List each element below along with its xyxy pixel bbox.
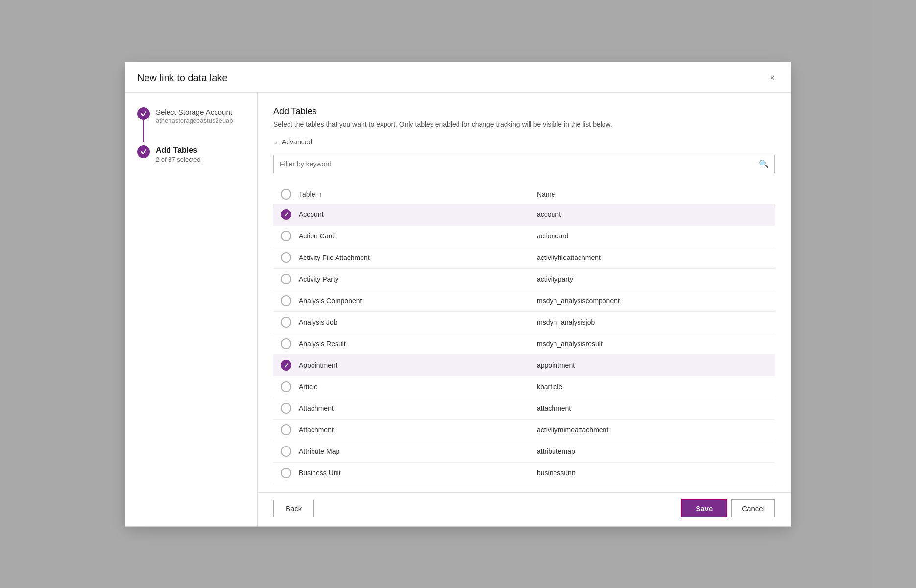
row-table-name: Activity File Attachment (299, 254, 537, 261)
table-row[interactable]: Accountaccount (273, 204, 775, 226)
row-checkbox[interactable] (273, 274, 299, 284)
step-2: Add Tables 2 of 87 selected (137, 144, 245, 163)
search-input[interactable] (274, 160, 753, 168)
row-name: msdyn_analysiscomponent (537, 297, 775, 305)
row-table-name: Article (299, 383, 537, 391)
row-checkbox[interactable] (273, 446, 299, 457)
step-2-sublabel: 2 of 87 selected (156, 156, 201, 163)
row-table-name: Attribute Map (299, 447, 537, 455)
checked-radio[interactable] (281, 209, 291, 220)
row-table-name: Appointment (299, 361, 537, 369)
table-row[interactable]: Analysis Componentmsdyn_analysiscomponen… (273, 290, 775, 312)
row-checkbox[interactable] (273, 231, 299, 241)
main-content: Add Tables Select the tables that you wa… (258, 93, 791, 526)
row-name: kbarticle (537, 383, 775, 391)
table-row[interactable]: Articlekbarticle (273, 376, 775, 398)
table-row[interactable]: Appointmentappointment (273, 355, 775, 376)
advanced-toggle[interactable]: ⌄ Advanced (273, 138, 775, 146)
row-checkbox[interactable] (273, 295, 299, 306)
step-2-label: Add Tables (156, 146, 201, 155)
row-name: msdyn_analysisjob (537, 318, 775, 326)
name-col-header: Name (537, 190, 775, 198)
unchecked-radio[interactable] (281, 403, 291, 414)
table-row[interactable]: Action Cardactioncard (273, 226, 775, 247)
unchecked-radio[interactable] (281, 381, 291, 392)
unchecked-radio[interactable] (281, 231, 291, 241)
row-table-name: Analysis Component (299, 297, 537, 305)
row-name: account (537, 211, 775, 218)
row-table-name: Action Card (299, 232, 537, 240)
row-name: activitymimeattachment (537, 426, 775, 434)
unchecked-radio[interactable] (281, 274, 291, 284)
step-1-label: Select Storage Account (156, 108, 233, 116)
row-checkbox[interactable] (273, 209, 299, 220)
section-title: Add Tables (273, 106, 775, 117)
row-table-name: Attachment (299, 404, 537, 412)
table-col-header: Table ↑ (299, 190, 537, 198)
row-table-name: Attachment (299, 426, 537, 434)
section-desc: Select the tables that you want to expor… (273, 120, 775, 128)
table-row[interactable]: Activity Partyactivityparty (273, 269, 775, 290)
row-checkbox[interactable] (273, 252, 299, 263)
chevron-down-icon: ⌄ (273, 138, 279, 145)
dialog-footer: Back Save Cancel (258, 492, 791, 526)
rows-container: AccountaccountAction CardactioncardActiv… (273, 204, 775, 484)
row-name: activityfileattachment (537, 254, 775, 261)
row-table-name: Analysis Job (299, 318, 537, 326)
unchecked-radio[interactable] (281, 446, 291, 457)
unchecked-radio[interactable] (281, 295, 291, 306)
row-checkbox[interactable] (273, 360, 299, 371)
cancel-button[interactable]: Cancel (731, 499, 775, 517)
row-table-name: Account (299, 211, 537, 218)
unchecked-radio[interactable] (281, 424, 291, 435)
table-row[interactable]: Attribute Mapattributemap (273, 441, 775, 463)
row-checkbox[interactable] (273, 317, 299, 328)
select-all-checkbox[interactable] (281, 189, 291, 200)
table-header-row: Table ↑ Name (273, 185, 775, 204)
row-name: activityparty (537, 275, 775, 283)
row-table-name: Business Unit (299, 469, 537, 477)
table-row[interactable]: Analysis Jobmsdyn_analysisjob (273, 312, 775, 333)
save-button[interactable]: Save (681, 499, 727, 517)
search-icon: 🔍 (753, 159, 774, 168)
row-table-name: Analysis Result (299, 340, 537, 348)
row-table-name: Activity Party (299, 275, 537, 283)
row-checkbox[interactable] (273, 424, 299, 435)
advanced-label: Advanced (282, 138, 312, 146)
row-name: msdyn_analysisresult (537, 340, 775, 348)
step-1: Select Storage Account athenastorageeast… (137, 106, 245, 142)
sidebar: Select Storage Account athenastorageeast… (125, 93, 258, 526)
search-bar: 🔍 (273, 155, 775, 173)
table-row[interactable]: Activity File Attachmentactivityfileatta… (273, 247, 775, 269)
table-row[interactable]: Attachmentactivitymimeattachment (273, 420, 775, 441)
row-checkbox[interactable] (273, 338, 299, 349)
close-button[interactable]: × (766, 71, 779, 85)
unchecked-radio[interactable] (281, 252, 291, 263)
footer-right: Save Cancel (681, 499, 775, 517)
row-name: attributemap (537, 447, 775, 455)
header-checkbox[interactable] (273, 189, 299, 200)
sort-icon: ↑ (319, 191, 322, 198)
table-row[interactable]: Analysis Resultmsdyn_analysisresult (273, 333, 775, 355)
content-scroll: Add Tables Select the tables that you wa… (258, 93, 791, 492)
unchecked-radio[interactable] (281, 468, 291, 478)
table-container: Table ↑ Name AccountaccountAction Cardac… (273, 185, 775, 484)
table-row[interactable]: Business Unitbusinessunit (273, 463, 775, 484)
step-2-icon (137, 145, 150, 158)
checked-radio[interactable] (281, 360, 291, 371)
dialog: New link to data lake × (125, 62, 791, 527)
row-name: businessunit (537, 469, 775, 477)
dialog-body: Select Storage Account athenastorageeast… (125, 93, 791, 526)
table-row[interactable]: Attachmentattachment (273, 398, 775, 420)
row-name: actioncard (537, 232, 775, 240)
unchecked-radio[interactable] (281, 338, 291, 349)
dialog-header: New link to data lake × (125, 62, 791, 93)
row-checkbox[interactable] (273, 468, 299, 478)
unchecked-radio[interactable] (281, 317, 291, 328)
step-1-icon (137, 107, 150, 120)
back-button[interactable]: Back (273, 500, 314, 517)
row-checkbox[interactable] (273, 381, 299, 392)
row-name: attachment (537, 404, 775, 412)
dialog-title: New link to data lake (137, 72, 228, 84)
row-checkbox[interactable] (273, 403, 299, 414)
